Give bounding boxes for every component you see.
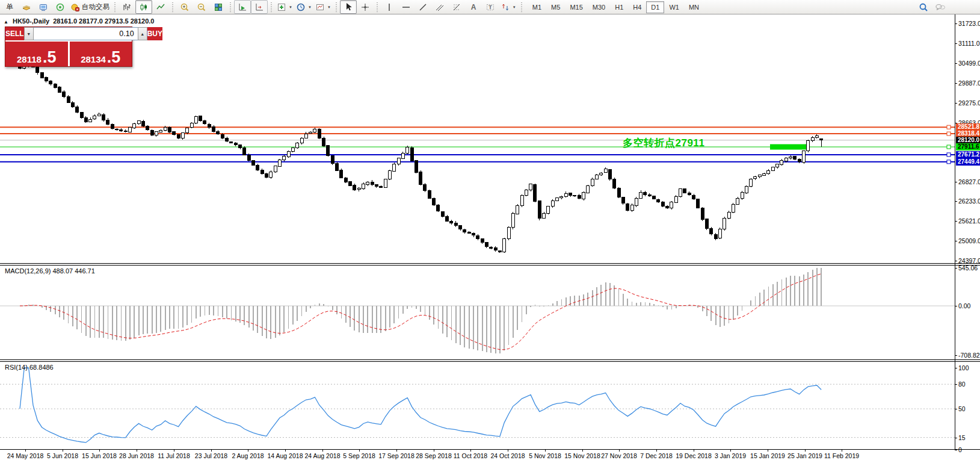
- svg-text:T: T: [488, 4, 492, 10]
- ohlc-values: 28161.0 28177.0 27913.5 28120.0: [53, 17, 154, 25]
- terminal-icon[interactable]: [35, 0, 52, 14]
- date-label[interactable]: 24 Aug 2018: [305, 452, 341, 459]
- buy-price-panel[interactable]: 28134.5: [70, 42, 132, 66]
- zoom-out-icon[interactable]: [193, 0, 210, 14]
- equidistant-channel-icon[interactable]: [431, 0, 448, 14]
- price-tick-label[interactable]: 25621.0: [958, 217, 980, 225]
- line-chart-icon[interactable]: [152, 0, 169, 14]
- price-tick-label[interactable]: 29275.0: [958, 99, 980, 107]
- date-label[interactable]: 15 Jan 2019: [750, 452, 785, 459]
- date-label[interactable]: 15 Nov 2018: [564, 452, 600, 459]
- rsi-tick-label[interactable]: 100: [958, 364, 969, 371]
- volume-increase-button[interactable]: ▲: [138, 27, 147, 40]
- vertical-line-icon[interactable]: [381, 0, 398, 14]
- macd-tick-label[interactable]: -708.82: [958, 352, 980, 359]
- date-label[interactable]: 28 Jun 2018: [119, 452, 154, 459]
- date-label[interactable]: 5 Nov 2018: [529, 452, 561, 459]
- collapse-triangle-icon[interactable]: ▲: [4, 19, 8, 25]
- price-tick-label[interactable]: 31111.0: [958, 40, 980, 47]
- date-label[interactable]: 11 Oct 2018: [454, 452, 487, 459]
- date-label[interactable]: 2 Aug 2018: [232, 452, 263, 459]
- text-icon[interactable]: A: [465, 0, 482, 14]
- rsi-tick-label[interactable]: 50: [958, 405, 966, 412]
- price-tick-label[interactable]: 25009.0: [958, 237, 980, 244]
- timeframe-button-M5[interactable]: M5: [546, 1, 565, 13]
- buy-button[interactable]: BUY: [147, 27, 162, 40]
- date-label[interactable]: 11 Feb 2019: [824, 452, 859, 459]
- price-tick-label[interactable]: 26827.0: [958, 178, 980, 185]
- date-label[interactable]: 19 Dec 2018: [676, 452, 712, 459]
- fibonacci-icon[interactable]: [448, 0, 465, 14]
- timeframe-button-M15[interactable]: M15: [565, 1, 587, 13]
- periods-clock-icon[interactable]: ▼: [294, 0, 313, 14]
- date-label[interactable]: 5 Jun 2018: [47, 452, 78, 459]
- macd-tick-label[interactable]: 545.06: [958, 264, 978, 272]
- timeframe-button-MN[interactable]: MN: [684, 1, 704, 13]
- zoom-in-icon[interactable]: [176, 0, 193, 14]
- price-tick-label[interactable]: 30499.0: [958, 60, 980, 67]
- timeframe-button-M30[interactable]: M30: [588, 1, 610, 13]
- timeframe-button-H1[interactable]: H1: [610, 1, 628, 13]
- one-click-trading-panel: SELL ▼ ▲ BUY 28118.5 28134.5: [5, 26, 132, 67]
- date-label[interactable]: 23 Jul 2018: [195, 452, 227, 459]
- price-tick-label[interactable]: 29887.0: [958, 79, 980, 87]
- timeframe-button-D1[interactable]: D1: [646, 1, 664, 13]
- date-label[interactable]: 11 Jul 2018: [158, 452, 190, 459]
- date-label[interactable]: 15 Jun 2018: [82, 452, 117, 459]
- arrows-icon[interactable]: ▼: [499, 0, 518, 14]
- pane-separator[interactable]: [0, 361, 980, 362]
- date-label[interactable]: 14 Aug 2018: [268, 452, 303, 459]
- date-label[interactable]: 25 Jan 2019: [787, 452, 822, 459]
- date-label[interactable]: 28 Sep 2018: [416, 452, 452, 459]
- rsi-tick-label[interactable]: 80: [958, 381, 966, 388]
- timeframe-toolbar: M1M5M15M30H1H4D1W1MN: [528, 1, 704, 13]
- price-tick-label[interactable]: 26233.0: [958, 197, 980, 205]
- chat-icon[interactable]: [932, 0, 949, 14]
- tile-windows-icon[interactable]: [210, 0, 227, 14]
- pane-separator[interactable]: [0, 263, 980, 264]
- date-label[interactable]: 3 Jan 2019: [715, 452, 746, 459]
- chevron-down-icon: ▼: [327, 5, 331, 9]
- main-chart-canvas[interactable]: [0, 16, 955, 263]
- volume-input[interactable]: [34, 27, 138, 40]
- price-tick-label[interactable]: 24397.0: [958, 257, 980, 264]
- search-icon[interactable]: [915, 0, 932, 14]
- signal-icon[interactable]: [52, 0, 69, 14]
- bar-chart-icon[interactable]: [119, 0, 135, 14]
- rsi-tick-label[interactable]: 15: [958, 434, 966, 441]
- date-label[interactable]: 24 Oct 2018: [490, 452, 525, 459]
- history-book-icon[interactable]: [18, 0, 35, 14]
- macd-tick-label[interactable]: 0.00: [958, 302, 970, 309]
- timeframe-button-W1[interactable]: W1: [664, 1, 684, 13]
- date-label[interactable]: 24 May 2018: [7, 452, 44, 459]
- cursor-icon[interactable]: [340, 0, 357, 14]
- sell-price-panel[interactable]: 28118.5: [5, 42, 68, 66]
- date-label[interactable]: 27 Nov 2018: [601, 452, 637, 459]
- new-order-button[interactable]: 单: [1, 0, 18, 14]
- pane-separator[interactable]: [0, 359, 980, 360]
- trendline-icon[interactable]: [414, 0, 431, 14]
- volume-decrease-button[interactable]: ▼: [24, 27, 34, 40]
- chart-shift-icon[interactable]: [251, 0, 268, 14]
- timeframe-button-H4[interactable]: H4: [628, 1, 646, 13]
- add-indicator-icon[interactable]: ▼: [275, 0, 294, 14]
- date-label[interactable]: 17 Sep 2018: [378, 452, 414, 459]
- text-label-icon[interactable]: T: [482, 0, 499, 14]
- sell-button[interactable]: SELL: [5, 27, 24, 40]
- candlestick-chart-icon[interactable]: [135, 0, 152, 14]
- macd-values: 488.07 446.71: [52, 267, 94, 275]
- autotrade-button[interactable]: 自动交易: [69, 0, 111, 14]
- rsi-canvas[interactable]: [0, 362, 955, 449]
- templates-icon[interactable]: ▼: [313, 0, 333, 14]
- pane-separator[interactable]: [0, 265, 980, 266]
- macd-canvas[interactable]: [0, 266, 955, 359]
- date-label[interactable]: 7 Dec 2018: [640, 452, 673, 459]
- auto-scroll-icon[interactable]: [234, 0, 251, 14]
- date-label[interactable]: 5 Sep 2018: [343, 452, 375, 459]
- timeframe-button-M1[interactable]: M1: [528, 1, 546, 13]
- crosshair-icon[interactable]: [357, 0, 374, 14]
- price-tick-label[interactable]: 31723.0: [958, 20, 980, 27]
- rsi-tick-label[interactable]: 0: [958, 446, 962, 453]
- chart-annotation-text[interactable]: 多空转折点27911: [623, 136, 704, 150]
- horizontal-line-icon[interactable]: [398, 0, 414, 14]
